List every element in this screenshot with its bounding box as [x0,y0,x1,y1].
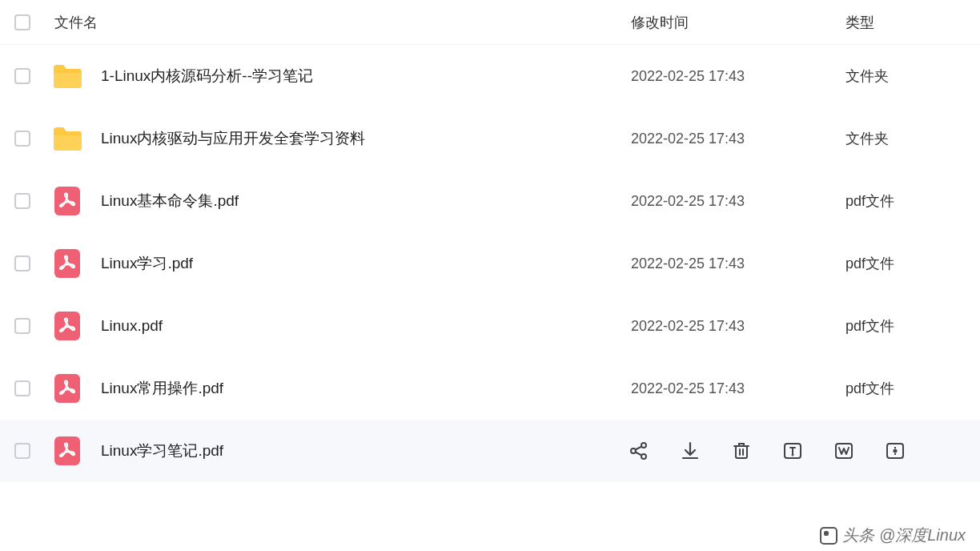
watermark-logo-icon [820,527,837,545]
row-checkbox[interactable] [14,380,30,396]
svg-rect-13 [736,446,747,458]
row-type: pdf文件 [845,254,966,273]
table-row[interactable]: Linux常用操作.pdf2022-02-25 17:43pdf文件 [0,357,980,420]
table-row[interactable]: Linux学习笔记.pdf [0,420,980,482]
row-time: 2022-02-25 17:43 [621,131,845,147]
row-filename[interactable]: Linux.pdf [101,317,621,335]
watermark: 头条 @深度Linux [820,525,966,546]
row-checkbox[interactable] [14,443,30,459]
svg-line-9 [636,452,642,456]
svg-rect-20 [836,444,852,458]
pdf-icon [51,435,83,467]
table-row[interactable]: Linux基本命令集.pdf2022-02-25 17:43pdf文件 [0,170,980,232]
row-type: 文件夹 [845,66,966,86]
svg-point-22 [894,450,897,452]
share-icon[interactable] [628,440,650,462]
row-action-bar [621,440,966,462]
row-type: 文件夹 [845,129,966,148]
table-row[interactable]: Linux学习.pdf2022-02-25 17:43pdf文件 [0,232,980,295]
row-time: 2022-02-25 17:43 [621,380,845,397]
table-row[interactable]: 1-Linux内核源码分析--学习笔记2022-02-25 17:43文件夹 [0,45,980,107]
row-type: pdf文件 [845,379,966,398]
pdf-icon [51,372,83,404]
row-filename[interactable]: 1-Linux内核源码分析--学习笔记 [101,66,621,86]
svg-point-7 [641,454,646,459]
rename-icon[interactable] [781,440,804,462]
row-time: 2022-02-25 17:43 [621,255,845,272]
svg-point-5 [631,448,636,453]
row-time: 2022-02-25 17:43 [621,318,845,335]
svg-line-8 [636,447,642,450]
table-row[interactable]: Linux内核驱动与应用开发全套学习资料2022-02-25 17:43文件夹 [0,107,980,170]
row-checkbox[interactable] [14,255,30,271]
row-checkbox[interactable] [14,68,30,84]
pdf-icon [51,310,83,342]
row-checkbox[interactable] [14,318,30,334]
row-filename[interactable]: Linux内核驱动与应用开发全套学习资料 [101,128,621,149]
svg-point-6 [641,443,646,448]
row-filename[interactable]: Linux学习.pdf [101,253,621,274]
row-checkbox[interactable] [14,193,30,209]
svg-point-19 [793,455,793,456]
pdf-icon [51,185,83,217]
row-filename[interactable]: Linux学习笔记.pdf [101,440,621,461]
column-header-name[interactable]: 文件名 [54,13,621,32]
watermark-text: 头条 @深度Linux [842,525,966,546]
row-filename[interactable]: Linux常用操作.pdf [101,378,621,399]
column-header-type[interactable]: 类型 [845,13,966,32]
row-type: pdf文件 [845,191,966,211]
row-time: 2022-02-25 17:43 [621,68,845,85]
row-type: pdf文件 [845,316,966,336]
more-icon[interactable] [884,440,906,462]
folder-icon [51,60,83,92]
pdf-icon [51,247,83,280]
folder-icon [51,123,83,155]
row-checkbox[interactable] [14,131,30,147]
row-filename[interactable]: Linux基本命令集.pdf [101,191,621,211]
open-doc-icon[interactable] [833,440,855,462]
table-row[interactable]: Linux.pdf2022-02-25 17:43pdf文件 [0,295,980,357]
row-time: 2022-02-25 17:43 [621,193,845,210]
select-all-checkbox[interactable] [14,14,30,30]
delete-icon[interactable] [730,440,753,462]
table-header: 文件名 修改时间 类型 [0,0,980,45]
download-icon[interactable] [679,440,701,462]
column-header-time[interactable]: 修改时间 [621,13,845,32]
